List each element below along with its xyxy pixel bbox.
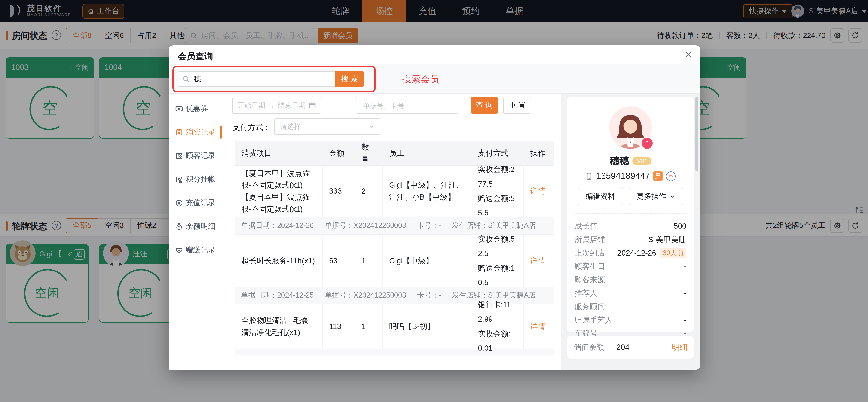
- days-ago-badge: 30天前: [660, 248, 686, 258]
- sidebar-item-label: 顾客记录: [186, 151, 215, 161]
- calendar-icon: [309, 102, 316, 109]
- sidebar-item-consumption[interactable]: 消费记录: [169, 121, 221, 144]
- pay-method-select[interactable]: 请选择: [274, 118, 380, 135]
- sidebar-item-coupons[interactable]: 优惠券: [169, 97, 221, 120]
- balance-card: 储值余额： 204 明细: [567, 336, 694, 359]
- member-phone: 13594189447: [596, 171, 650, 181]
- member-search-strip: 搜 索 搜索会员: [169, 64, 700, 94]
- member-name: 穗穗: [610, 154, 629, 167]
- member-profile-card: ♀ 穗穗 VIP 13594189447 异 ∞: [567, 97, 694, 332]
- date-range-picker[interactable]: 开始日期 → 结束日期: [232, 97, 321, 114]
- link-icon[interactable]: ∞: [666, 171, 676, 181]
- sidebar-item-label: 赠送记录: [186, 245, 215, 255]
- pay-select-placeholder: 请选择: [280, 122, 301, 131]
- sidebar-item-label: 积分挂帐: [186, 175, 215, 184]
- balance-detail-icon: [175, 222, 183, 230]
- annotation-label: 搜索会员: [402, 73, 439, 86]
- pay-method-label: 支付方式：: [232, 122, 271, 133]
- female-icon: ♀: [641, 137, 654, 150]
- close-icon[interactable]: ×: [684, 47, 692, 62]
- table-row: 全脸物理清洁 | 毛囊清洁净化毛孔(x1) 113 1 呜呜【B-初】 银行卡:…: [235, 304, 554, 349]
- sidebar-item-recharge[interactable]: 充值记录: [169, 191, 221, 214]
- more-actions-button[interactable]: 更多操作: [628, 188, 683, 205]
- sidebar-item-label: 消费记录: [186, 127, 215, 137]
- modal-title: 会员查询: [178, 50, 213, 62]
- reset-button[interactable]: 重 置: [503, 97, 531, 114]
- sidebar-item-points[interactable]: 积分挂帐: [169, 168, 221, 191]
- gift-record-icon: [175, 246, 183, 254]
- sidebar-item-label: 余额明细: [186, 222, 215, 231]
- search-button[interactable]: 搜 索: [335, 71, 364, 87]
- sidebar-item-gifts[interactable]: 赠送记录: [169, 239, 221, 261]
- sidebar-item-balance[interactable]: 余额明细: [169, 215, 221, 238]
- edit-profile-button[interactable]: 编辑资料: [578, 188, 623, 205]
- col-amount: 金额: [322, 141, 355, 166]
- member-panel: ♀ 穗穗 VIP 13594189447 异 ∞: [561, 94, 700, 370]
- screen: 茂日软件 MAORI SOFTWARE 工作台 轮牌 场控 充值 预约 单据 快…: [0, 0, 868, 402]
- consumption-table: 消费项目 金额 数量 员工 支付方式 操作 【夏日本甲】波点猫眼-不固定款式(x…: [235, 141, 554, 355]
- detail-link[interactable]: 详情: [530, 255, 548, 267]
- customer-record-icon: [175, 152, 183, 160]
- doc-number-field[interactable]: [356, 97, 459, 114]
- balance-label: 储值余额：: [574, 342, 612, 352]
- table-row: 超长时长服务-11h(x1) 63 1 Gigi【中级】 实收金额:52.5赠送…: [235, 235, 554, 287]
- member-info-list: 成长值500 所属店铺S-美甲美睫 上次到店 2024-12-2630天前 顾客…: [575, 219, 686, 353]
- phone-icon: [585, 172, 593, 180]
- coupon-icon: [175, 105, 183, 113]
- sidebar-item-label: 优惠券: [186, 104, 208, 114]
- query-button[interactable]: 查 询: [471, 97, 498, 114]
- balance-detail-link[interactable]: 明细: [672, 342, 687, 352]
- vip-badge: VIP: [632, 156, 651, 165]
- range-arrow: →: [268, 101, 275, 109]
- chevron-down-icon: [669, 193, 675, 199]
- modal-sidebar: 优惠券 消费记录 顾客记录: [169, 94, 221, 370]
- detail-link[interactable]: 详情: [530, 320, 548, 332]
- sidebar-item-customer[interactable]: 顾客记录: [169, 144, 221, 167]
- consumption-record-icon: [175, 128, 183, 136]
- col-staff: 员工: [383, 141, 471, 166]
- balance-value: 204: [616, 343, 629, 352]
- col-action: 操作: [524, 141, 554, 166]
- search-icon: [183, 75, 190, 83]
- member-search-input[interactable]: [193, 74, 331, 84]
- scrollbar[interactable]: [695, 97, 699, 171]
- chevron-down-icon: [368, 123, 374, 130]
- divider: [574, 214, 687, 214]
- detail-link[interactable]: 详情: [530, 185, 548, 197]
- start-date-placeholder: 开始日期: [238, 101, 265, 110]
- sidebar-item-label: 充值记录: [186, 198, 215, 208]
- member-search-box[interactable]: [178, 71, 335, 87]
- col-item: 消费项目: [235, 141, 322, 166]
- recharge-record-icon: [175, 199, 183, 207]
- cross-store-badge: 异: [653, 171, 663, 181]
- doc-number-input[interactable]: [362, 101, 453, 110]
- end-date-placeholder: 结束日期: [278, 101, 306, 110]
- table-row: 【夏日本甲】波点猫眼-不固定款式(x1)【夏日本甲】波点猫眼-不固定款式(x1)…: [235, 166, 554, 217]
- col-qty: 数量: [355, 141, 383, 166]
- member-query-modal: 会员查询 × 搜 索 搜索会员: [169, 45, 700, 370]
- points-credit-icon: [175, 175, 183, 183]
